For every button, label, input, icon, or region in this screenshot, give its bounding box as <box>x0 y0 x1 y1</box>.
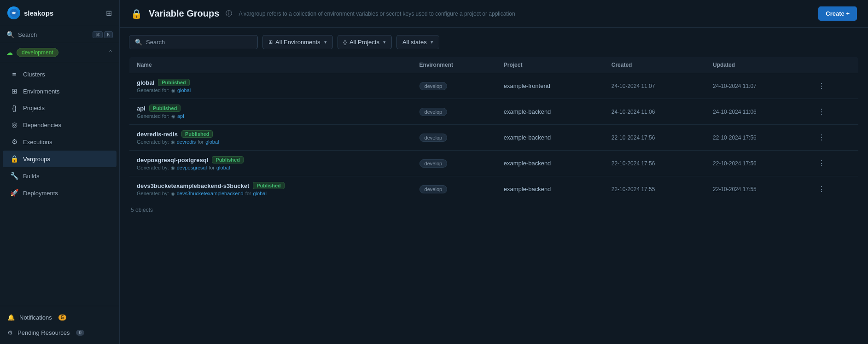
row-name-cell-1: api Published Generated for: ◉ api <box>137 105 405 119</box>
row-subtitle-2: Generated by: ◉ devredis for global <box>137 139 405 145</box>
row-link-2[interactable]: devredis <box>177 139 196 145</box>
sidebar-item-notifications[interactable]: 🔔 Notifications 5 <box>0 310 119 325</box>
sidebar-item-dependencies[interactable]: ◎ Dependencies <box>3 117 117 133</box>
table-row[interactable]: global Published Generated for: ◉ global… <box>129 73 859 99</box>
notifications-label: Notifications <box>19 314 52 321</box>
sidebar-search[interactable]: 🔍 Search ⌘ K <box>0 26 119 43</box>
environments-filter[interactable]: ⊞ All Environments ▾ <box>262 35 333 49</box>
search-icon: 🔍 <box>6 31 14 38</box>
row-created-4: 22-10-2024 17:55 <box>604 176 705 202</box>
create-button[interactable]: Create + <box>818 6 857 21</box>
environments-filter-chevron: ▾ <box>324 39 327 45</box>
row-updated-1: 24-10-2024 11:06 <box>705 99 807 125</box>
sidebar-label-builds: Builds <box>23 173 39 180</box>
row-updated-date-1: 24-10-2024 11:06 <box>713 109 757 115</box>
row-subtitle-4: Generated by: ◉ devs3bucketexamplebacken… <box>137 191 405 196</box>
sidebar-item-executions[interactable]: ⚙ Executions <box>3 134 117 150</box>
help-icon[interactable]: ⓘ <box>226 10 232 18</box>
table-row[interactable]: devredis-redis Published Generated by: ◉… <box>129 125 859 151</box>
sidebar-item-projects[interactable]: {} Projects <box>3 100 117 116</box>
sidebar-item-deployments[interactable]: 🚀 Deployments <box>3 185 117 201</box>
dependencies-icon: ◎ <box>10 121 18 129</box>
app-logo-icon <box>7 6 20 19</box>
row-more-button-2[interactable]: ⋮ <box>814 131 829 144</box>
row-env-tag-3: develop <box>419 159 448 168</box>
row-project-4: example-backend <box>496 176 604 202</box>
row-name-0: global <box>137 79 154 86</box>
projects-filter[interactable]: {} All Projects ▾ <box>338 35 392 49</box>
row-created-1: 24-10-2024 11:06 <box>604 99 705 125</box>
projects-filter-icon: {} <box>344 40 347 45</box>
sidebar-item-clusters[interactable]: ≡ Clusters <box>3 66 117 82</box>
row-link-3[interactable]: devposgresql <box>177 165 207 170</box>
row-updated-date-3: 22-10-2024 17:56 <box>713 160 757 167</box>
row-subtitle-3: Generated by: ◉ devposgresql for global <box>137 165 405 170</box>
pending-resources-badge: 0 <box>76 330 84 336</box>
table-area: 🔍 ⊞ All Environments ▾ {} All Projects ▾… <box>120 28 868 344</box>
sidebar-item-pending-resources[interactable]: ⚙ Pending Resources 0 <box>0 325 119 340</box>
sidebar-label-executions: Executions <box>23 139 52 146</box>
sidebar-label-dependencies: Dependencies <box>23 122 61 128</box>
row-icon-3: ◉ <box>171 165 175 170</box>
row-link-0[interactable]: global <box>177 87 191 93</box>
env-chevron-icon: ⌃ <box>108 49 113 56</box>
row-icon-0: ◉ <box>171 88 175 93</box>
states-filter[interactable]: All states ▾ <box>396 35 439 49</box>
row-status-3: Published <box>212 156 244 163</box>
row-more-button-0[interactable]: ⋮ <box>814 80 829 92</box>
row-updated-3: 22-10-2024 17:56 <box>705 151 807 176</box>
row-link-4[interactable]: devs3bucketexamplebackend <box>177 191 244 196</box>
row-created-2: 22-10-2024 17:56 <box>604 125 705 151</box>
row-project-2: example-backend <box>496 125 604 151</box>
row-actions-3: ⋮ <box>807 151 858 176</box>
app-name: sleakops <box>24 9 53 17</box>
table-row[interactable]: devposgresql-postgresql Published Genera… <box>129 151 859 176</box>
row-env-1: develop <box>412 99 496 125</box>
row-link-global-4[interactable]: global <box>253 191 267 196</box>
row-name-cell-4: devs3bucketexamplebackend-s3bucket Publi… <box>137 182 405 196</box>
row-more-button-3[interactable]: ⋮ <box>814 157 829 169</box>
shortcut-k: K <box>104 31 113 38</box>
row-created-date-1: 24-10-2024 11:06 <box>612 109 655 115</box>
table-row[interactable]: api Published Generated for: ◉ api devel… <box>129 99 859 125</box>
sidebar-item-vargroups[interactable]: 🔒 Vargroups <box>3 151 117 167</box>
row-updated-date-4: 22-10-2024 17:55 <box>713 186 757 192</box>
environment-selector[interactable]: ☁ development ⌃ <box>0 43 119 62</box>
filter-bar: 🔍 ⊞ All Environments ▾ {} All Projects ▾… <box>129 35 859 49</box>
row-name-top-3: devposgresql-postgresql Published <box>137 156 405 163</box>
row-project-3: example-backend <box>496 151 604 176</box>
sidebar-item-builds[interactable]: 🔧 Builds <box>3 168 117 184</box>
search-box[interactable]: 🔍 <box>129 35 258 49</box>
row-link-global-3[interactable]: global <box>216 165 230 170</box>
row-link-global-2[interactable]: global <box>205 139 219 145</box>
projects-filter-label: All Projects <box>350 39 379 46</box>
grid-icon[interactable]: ⊞ <box>106 9 112 17</box>
page-title: Variable Groups <box>149 8 219 19</box>
row-name-top-1: api Published <box>137 105 405 112</box>
table-header-row: Name Environment Project Created Updated <box>129 57 859 73</box>
projects-filter-chevron: ▾ <box>383 39 386 45</box>
row-created-date-2: 22-10-2024 17:56 <box>612 134 655 141</box>
col-header-created: Created <box>604 57 705 73</box>
row-actions-1: ⋮ <box>807 99 858 125</box>
col-header-updated: Updated <box>705 57 807 73</box>
sidebar-logo: sleakops ⊞ <box>0 0 119 26</box>
table-row[interactable]: devs3bucketexamplebackend-s3bucket Publi… <box>129 176 859 202</box>
row-name-4: devs3bucketexamplebackend-s3bucket <box>137 182 249 189</box>
search-input[interactable] <box>146 39 252 46</box>
row-link-1[interactable]: api <box>177 113 184 119</box>
row-project-text-4: example-backend <box>504 186 551 192</box>
main-content: 🔒 Variable Groups ⓘ A vargroup refers to… <box>120 0 868 344</box>
row-more-button-4[interactable]: ⋮ <box>814 183 829 195</box>
page-description: A vargroup refers to a collection of env… <box>239 11 812 17</box>
row-status-4: Published <box>253 182 285 189</box>
row-env-tag-0: develop <box>419 82 448 90</box>
states-filter-label: All states <box>402 39 427 46</box>
sidebar-label-projects: Projects <box>23 105 45 111</box>
page-header: 🔒 Variable Groups ⓘ A vargroup refers to… <box>120 0 868 28</box>
search-box-icon: 🔍 <box>135 39 142 46</box>
row-updated-2: 22-10-2024 17:56 <box>705 125 807 151</box>
row-name-top-4: devs3bucketexamplebackend-s3bucket Publi… <box>137 182 405 189</box>
sidebar-item-environments[interactable]: ⊞ Environments <box>3 83 117 99</box>
row-more-button-1[interactable]: ⋮ <box>814 105 829 118</box>
